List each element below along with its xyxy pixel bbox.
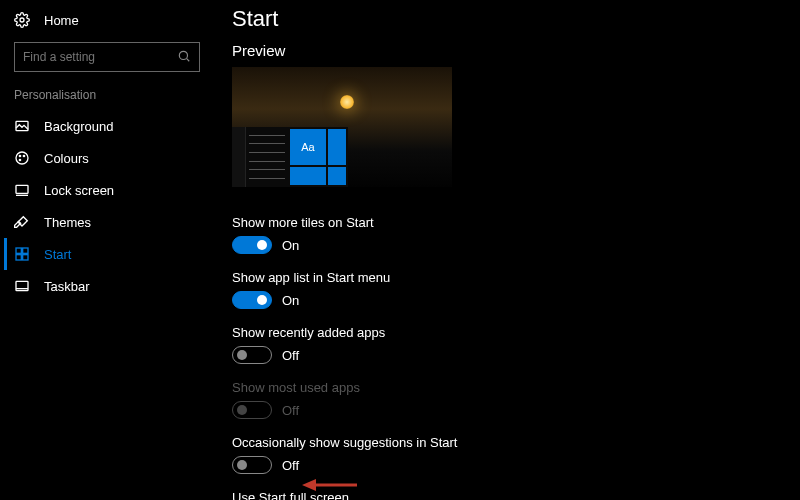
toggle-show-more-tiles[interactable] <box>232 236 272 254</box>
preview-start-menu: Aa <box>232 127 348 187</box>
sidebar-item-taskbar[interactable]: Taskbar <box>4 270 210 302</box>
main-content: Start Preview Aa Show more tiles on Star… <box>210 0 800 500</box>
svg-point-4 <box>16 152 28 164</box>
preview-tile-sample: Aa <box>290 129 326 165</box>
themes-icon <box>14 214 30 230</box>
sidebar-item-label: Colours <box>44 151 89 166</box>
sidebar-item-themes[interactable]: Themes <box>4 206 210 238</box>
settings-sidebar: Home Personalisation Background Colours … <box>0 0 210 500</box>
start-icon <box>14 246 30 262</box>
gear-icon <box>14 12 30 28</box>
toggle-state: Off <box>282 458 299 473</box>
toggle-most-used <box>232 401 272 419</box>
toggle-show-app-list[interactable] <box>232 291 272 309</box>
sidebar-item-lockscreen[interactable]: Lock screen <box>4 174 210 206</box>
setting-most-used: Show most used apps Off <box>232 380 800 419</box>
setting-show-app-list: Show app list in Start menu On <box>232 270 800 309</box>
setting-show-more-tiles: Show more tiles on Start On <box>232 215 800 254</box>
setting-label: Use Start full screen <box>232 490 800 500</box>
setting-fullscreen: Use Start full screen On <box>232 490 800 500</box>
setting-label: Occasionally show suggestions in Start <box>232 435 800 450</box>
svg-point-1 <box>179 51 187 59</box>
taskbar-icon <box>14 278 30 294</box>
sidebar-home-label: Home <box>44 13 79 28</box>
svg-rect-8 <box>16 185 28 193</box>
svg-point-6 <box>23 155 24 156</box>
sidebar-item-label: Start <box>44 247 71 262</box>
setting-suggestions: Occasionally show suggestions in Start O… <box>232 435 800 474</box>
svg-point-0 <box>20 18 24 22</box>
toggle-suggestions[interactable] <box>232 456 272 474</box>
toggle-state: Off <box>282 403 299 418</box>
svg-rect-13 <box>23 255 28 260</box>
setting-label: Show most used apps <box>232 380 800 395</box>
palette-icon <box>14 150 30 166</box>
sidebar-item-label: Background <box>44 119 113 134</box>
setting-label: Show more tiles on Start <box>232 215 800 230</box>
sidebar-item-background[interactable]: Background <box>4 110 210 142</box>
start-preview: Aa <box>232 67 452 187</box>
sidebar-group-label: Personalisation <box>4 88 210 110</box>
svg-rect-11 <box>23 248 28 253</box>
toggle-state: Off <box>282 348 299 363</box>
search-icon <box>177 49 191 66</box>
lockscreen-icon <box>14 182 30 198</box>
setting-label: Show recently added apps <box>232 325 800 340</box>
image-icon <box>14 118 30 134</box>
preview-sun <box>340 95 354 109</box>
svg-rect-12 <box>16 255 21 260</box>
svg-point-5 <box>19 155 20 156</box>
sidebar-item-start[interactable]: Start <box>4 238 210 270</box>
toggle-recently-added[interactable] <box>232 346 272 364</box>
toggle-state: On <box>282 293 299 308</box>
toggle-state: On <box>282 238 299 253</box>
svg-rect-10 <box>16 248 21 253</box>
svg-point-7 <box>19 159 20 160</box>
sidebar-item-label: Themes <box>44 215 91 230</box>
setting-recently-added: Show recently added apps Off <box>232 325 800 364</box>
svg-line-2 <box>187 58 190 61</box>
page-title: Start <box>232 6 800 32</box>
setting-label: Show app list in Start menu <box>232 270 800 285</box>
sidebar-item-label: Taskbar <box>44 279 90 294</box>
preview-label: Preview <box>232 42 800 59</box>
sidebar-home[interactable]: Home <box>4 8 210 38</box>
search-input-container[interactable] <box>14 42 200 72</box>
search-input[interactable] <box>23 50 177 64</box>
sidebar-item-label: Lock screen <box>44 183 114 198</box>
sidebar-item-colours[interactable]: Colours <box>4 142 210 174</box>
